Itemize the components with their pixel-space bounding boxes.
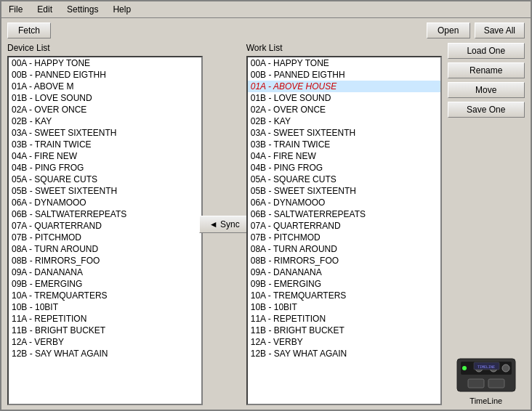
device-list-item[interactable]: 07A - QUARTERRAND	[9, 220, 201, 232]
device-list-item[interactable]: 03A - SWEET SIXTEENTH	[9, 127, 201, 139]
pedal-icon: TIMELINE	[454, 351, 519, 395]
work-list-item[interactable]: 12A - VERBY	[248, 336, 440, 348]
main-window: File Edit Settings Help Fetch Open Save …	[0, 0, 532, 411]
device-list-item[interactable]: 04A - FIRE NEW	[9, 150, 201, 162]
svg-point-2	[462, 366, 467, 370]
device-list-item[interactable]: 11B - BRIGHT BUCKET	[9, 325, 201, 336]
work-list[interactable]: 00A - HAPPY TONE00B - PANNED EIGTHH01A -…	[246, 56, 442, 405]
device-list-item[interactable]: 06B - SALTWATERREPEATS	[9, 208, 201, 220]
work-list-item[interactable]: 00A - HAPPY TONE	[248, 57, 440, 69]
main-content: Fetch Open Save All Device List 00A - HA…	[1, 18, 531, 410]
device-list-item[interactable]: 10A - TREMQUARTERS	[9, 290, 201, 301]
work-list-item[interactable]: 07A - QUARTERRAND	[248, 220, 440, 232]
work-list-item[interactable]: 10A - TREMQUARTERS	[248, 290, 440, 301]
device-list-label: Device List	[7, 43, 203, 54]
menu-settings[interactable]: Settings	[63, 3, 102, 16]
work-list-item[interactable]: 03A - SWEET SIXTEENTH	[248, 127, 440, 139]
work-list-item[interactable]: 06B - SALTWATERREPEATS	[248, 208, 440, 220]
panels-row: Device List 00A - HAPPY TONE00B - PANNED…	[7, 43, 525, 405]
work-list-item[interactable]: 12B - SAY WHAT AGAIN	[248, 348, 440, 359]
open-button[interactable]: Open	[427, 23, 470, 38]
fetch-button[interactable]: Fetch	[7, 23, 51, 38]
device-list-item[interactable]: 05B - SWEET SIXTEENTH	[9, 185, 201, 197]
work-list-item[interactable]: 10B - 10BIT	[248, 301, 440, 313]
device-list-item[interactable]: 09B - EMERGING	[9, 278, 201, 290]
device-label: TimeLine	[469, 396, 502, 405]
device-list-panel: Device List 00A - HAPPY TONE00B - PANNED…	[7, 43, 203, 405]
device-list-item[interactable]: 11A - REPETITION	[9, 313, 201, 325]
device-list[interactable]: 00A - HAPPY TONE00B - PANNED EIGTHH01A -…	[7, 56, 203, 405]
work-list-item[interactable]: 11A - REPETITION	[248, 313, 440, 325]
side-panel: Load One Rename Move Save One	[442, 43, 525, 405]
svg-text:TIMELINE: TIMELINE	[477, 365, 495, 369]
device-list-item[interactable]: 02B - KAY	[9, 115, 201, 127]
work-list-item[interactable]: 09A - DANANANA	[248, 266, 440, 278]
work-list-item[interactable]: 09B - EMERGING	[248, 278, 440, 290]
device-list-item[interactable]: 10B - 10BIT	[9, 301, 201, 313]
device-list-item[interactable]: 00A - HAPPY TONE	[9, 57, 201, 69]
device-list-item[interactable]: 01A - ABOVE M	[9, 81, 201, 92]
device-list-item[interactable]: 03B - TRAIN TWICE	[9, 139, 201, 150]
work-list-panel: Work List 00A - HAPPY TONE00B - PANNED E…	[246, 43, 442, 405]
device-list-item[interactable]: 05A - SQUARE CUTS	[9, 174, 201, 185]
work-list-item[interactable]: 08A - TURN AROUND	[248, 243, 440, 255]
work-list-item[interactable]: 05A - SQUARE CUTS	[248, 174, 440, 185]
work-list-label: Work List	[246, 43, 442, 54]
device-list-item[interactable]: 12A - VERBY	[9, 336, 201, 348]
work-list-item[interactable]: 07B - PITCHMOD	[248, 232, 440, 243]
work-list-item[interactable]: 04A - FIRE NEW	[248, 150, 440, 162]
work-list-item[interactable]: 01B - LOVE SOUND	[248, 92, 440, 104]
save-one-button[interactable]: Save One	[448, 102, 525, 118]
rename-button[interactable]: Rename	[448, 62, 525, 78]
work-list-item[interactable]: 03B - TRAIN TWICE	[248, 139, 440, 150]
work-list-item[interactable]: 02B - KAY	[248, 115, 440, 127]
device-list-item[interactable]: 02A - OVER ONCE	[9, 104, 201, 115]
device-image-area: TIMELINE TimeLine	[448, 121, 525, 405]
work-list-item[interactable]: 04B - PING FROG	[248, 162, 440, 174]
sync-panel: ◄ Sync	[203, 43, 246, 405]
save-all-button[interactable]: Save All	[475, 23, 525, 38]
sync-button[interactable]: ◄ Sync	[199, 216, 250, 233]
top-toolbar: Fetch Open Save All	[7, 23, 525, 38]
device-list-item[interactable]: 07B - PITCHMOD	[9, 232, 201, 243]
device-list-item[interactable]: 01B - LOVE SOUND	[9, 92, 201, 104]
load-one-button[interactable]: Load One	[448, 43, 525, 59]
device-list-item[interactable]: 12B - SAY WHAT AGAIN	[9, 348, 201, 359]
device-list-item[interactable]: 00B - PANNED EIGTHH	[9, 69, 201, 81]
device-list-item[interactable]: 08B - RIMRORS_FOO	[9, 255, 201, 266]
work-list-item[interactable]: 08B - RIMRORS_FOO	[248, 255, 440, 266]
work-list-item[interactable]: 01A - ABOVE HOUSE	[248, 81, 440, 92]
menu-help[interactable]: Help	[108, 3, 135, 16]
work-list-item[interactable]: 06A - DYNAMOOO	[248, 197, 440, 208]
device-list-item[interactable]: 08A - TURN AROUND	[9, 243, 201, 255]
svg-rect-7	[488, 379, 504, 388]
menu-file[interactable]: File	[4, 3, 27, 16]
device-list-item[interactable]: 04B - PING FROG	[9, 162, 201, 174]
menubar: File Edit Settings Help	[1, 1, 531, 18]
device-list-item[interactable]: 06A - DYNAMOOO	[9, 197, 201, 208]
device-list-item[interactable]: 09A - DANANANA	[9, 266, 201, 278]
work-list-item[interactable]: 02A - OVER ONCE	[248, 104, 440, 115]
svg-point-5	[502, 365, 509, 372]
svg-rect-6	[468, 379, 484, 388]
work-list-item[interactable]: 11B - BRIGHT BUCKET	[248, 325, 440, 336]
work-list-item[interactable]: 05B - SWEET SIXTEENTH	[248, 185, 440, 197]
work-list-item[interactable]: 00B - PANNED EIGTHH	[248, 69, 440, 81]
right-toolbar: Open Save All	[427, 23, 525, 38]
menu-edit[interactable]: Edit	[33, 3, 57, 16]
move-button[interactable]: Move	[448, 82, 525, 98]
